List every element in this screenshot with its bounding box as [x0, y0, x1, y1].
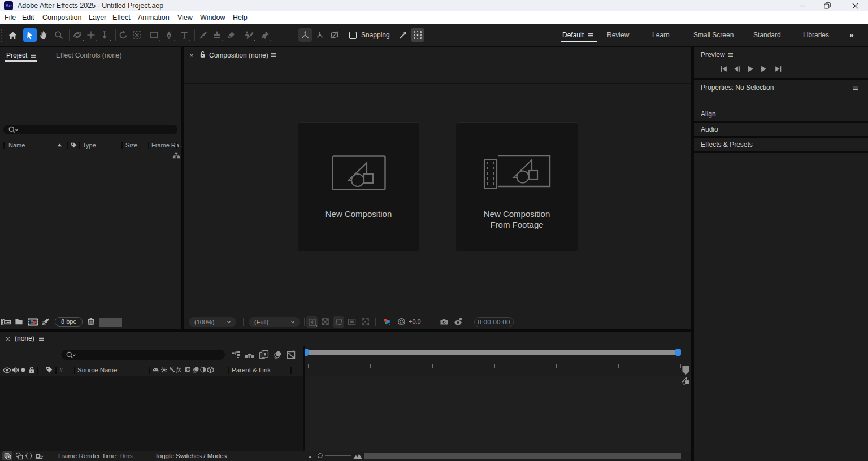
play-button[interactable]: [747, 65, 754, 73]
fast-preview-button[interactable]: [306, 316, 318, 328]
quality-icon[interactable]: [168, 366, 176, 373]
home-button[interactable]: [6, 28, 19, 42]
interpret-footage-button[interactable]: [1, 318, 12, 327]
next-frame-button[interactable]: [760, 65, 767, 73]
column-size[interactable]: Size: [125, 142, 137, 149]
view-axis-mode-button[interactable]: [328, 28, 341, 42]
align-panel[interactable]: Align: [694, 107, 868, 121]
expand-layer-switches-button[interactable]: [2, 451, 12, 460]
new-composition-card[interactable]: New Composition: [298, 122, 419, 251]
region-of-interest-button[interactable]: [333, 316, 344, 328]
effects-fx-icon[interactable]: fx: [176, 366, 181, 374]
snapshot-button[interactable]: [440, 318, 449, 327]
snapping-checkbox[interactable]: [349, 32, 357, 39]
frame-blend-switch-icon[interactable]: [184, 366, 192, 373]
render-time-pane-button[interactable]: [34, 452, 44, 460]
label-icon[interactable]: [45, 366, 53, 374]
workspace-tab-small-screen[interactable]: Small Screen: [693, 28, 734, 42]
transparency-grid-button[interactable]: [321, 318, 329, 326]
column-source-name[interactable]: Source Name: [77, 367, 117, 373]
column-frame-rate[interactable]: Frame Ra..: [151, 142, 183, 149]
solo-icon[interactable]: [20, 367, 27, 373]
rocket-template-button[interactable]: [41, 318, 50, 326]
menu-layer[interactable]: Layer: [89, 11, 106, 24]
project-search-input[interactable]: [3, 125, 177, 134]
timeline-zoom-slider[interactable]: [325, 455, 351, 456]
time-navigator-end-handle[interactable]: [675, 349, 681, 356]
properties-panel-menu-icon[interactable]: [852, 84, 859, 92]
time-navigator-bar[interactable]: [308, 350, 676, 355]
clone-stamp-tool[interactable]: [210, 28, 224, 42]
preview-panel-title[interactable]: Preview: [701, 51, 725, 59]
last-frame-button[interactable]: [774, 65, 782, 73]
frame-blending-button[interactable]: [259, 350, 269, 359]
column-number[interactable]: #: [59, 367, 63, 373]
track-area[interactable]: [305, 376, 691, 451]
type-tool[interactable]: [177, 28, 191, 42]
eraser-tool[interactable]: [224, 28, 238, 42]
lock-icon[interactable]: [28, 366, 36, 374]
label-column-icon[interactable]: [70, 142, 77, 149]
timeline-horizontal-scrollbar[interactable]: [364, 453, 681, 459]
show-snapshot-button[interactable]: [453, 318, 463, 327]
puppet-pin-tool[interactable]: [258, 28, 272, 42]
composition-mini-flowchart-button[interactable]: [231, 350, 241, 359]
menu-window[interactable]: Window: [200, 11, 225, 24]
project-flowchart-icon[interactable]: [172, 151, 180, 159]
layer-list-area[interactable]: [0, 376, 303, 451]
close-button[interactable]: [847, 0, 863, 11]
workspace-tab-standard[interactable]: Standard: [753, 28, 781, 42]
menu-edit[interactable]: Edit: [22, 11, 34, 24]
composition-tab-close-icon[interactable]: [189, 53, 194, 58]
zoom-in-frames-icon[interactable]: [353, 453, 362, 459]
pen-tool[interactable]: [162, 28, 176, 42]
menu-composition[interactable]: Composition: [42, 11, 81, 24]
column-parent-link[interactable]: Parent & Link: [232, 367, 271, 373]
lock-open-icon[interactable]: [199, 51, 206, 58]
previous-frame-button[interactable]: [733, 65, 741, 73]
effects-presets-panel[interactable]: Effects & Presets: [694, 138, 868, 151]
properties-panel-title[interactable]: Properties: No Selection: [701, 84, 774, 92]
comp-button-icon[interactable]: [680, 377, 690, 385]
menu-effect[interactable]: Effect: [112, 11, 131, 24]
composition-panel-menu-icon[interactable]: [270, 51, 277, 59]
3d-layer-icon[interactable]: [207, 366, 214, 373]
timeline-zoom-knob[interactable]: [318, 453, 323, 458]
resolution-dropdown[interactable]: (Full): [249, 317, 300, 327]
tab-composition[interactable]: Composition (none): [209, 51, 268, 59]
brush-tool[interactable]: [197, 28, 210, 42]
comp-marker-bin-icon[interactable]: [682, 366, 690, 375]
motion-blur-switch-icon[interactable]: [192, 366, 199, 373]
rotation-tool[interactable]: [116, 28, 130, 42]
exposure-button[interactable]: [397, 318, 406, 326]
new-composition-button[interactable]: [27, 318, 38, 327]
snap-along-edges-button[interactable]: [396, 28, 410, 42]
expand-transfer-controls-button[interactable]: [15, 452, 23, 460]
zoom-out-frames-icon[interactable]: [308, 454, 315, 459]
zoom-tool[interactable]: [52, 28, 66, 42]
orbit-camera-tool[interactable]: [71, 28, 84, 42]
local-axis-mode-button[interactable]: [298, 28, 312, 42]
motion-blur-button[interactable]: [273, 350, 282, 359]
project-color-depth-button[interactable]: 8 bpc: [55, 317, 83, 327]
workspace-tab-review[interactable]: Review: [607, 28, 629, 42]
column-name[interactable]: Name: [8, 142, 25, 149]
project-footer-scrollbar[interactable]: [99, 318, 122, 327]
new-folder-button[interactable]: [15, 318, 23, 326]
workspace-tab-libraries[interactable]: Libraries: [803, 28, 829, 42]
tab-timeline-none[interactable]: (none): [15, 334, 34, 342]
magnification-dropdown[interactable]: (100%): [189, 317, 236, 327]
timeline-tab-close-icon[interactable]: [5, 336, 11, 342]
safe-margins-button[interactable]: [348, 318, 356, 326]
workspace-tab-default[interactable]: Default: [562, 28, 584, 42]
project-panel-menu-icon[interactable]: [29, 52, 37, 59]
tab-effect-controls[interactable]: Effect Controls (none): [56, 51, 122, 59]
pan-camera-tool[interactable]: [84, 28, 98, 42]
dolly-camera-tool[interactable]: [98, 28, 111, 42]
column-type[interactable]: Type: [83, 142, 96, 149]
maximize-button[interactable]: [819, 0, 836, 11]
toolbar-grip[interactable]: [1, 28, 3, 42]
tab-project[interactable]: Project: [6, 51, 27, 59]
sort-ascending-icon[interactable]: [57, 142, 63, 148]
shy-switch-icon[interactable]: [152, 366, 159, 373]
